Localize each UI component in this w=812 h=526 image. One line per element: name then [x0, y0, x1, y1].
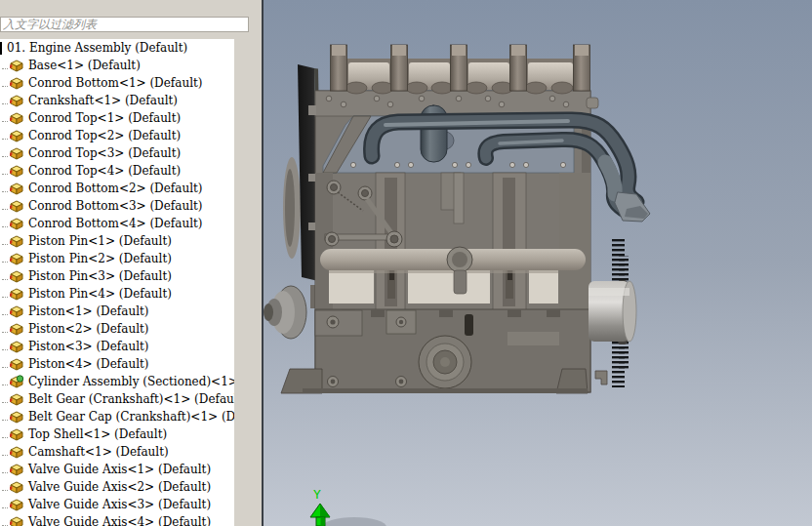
tree-connector [2, 332, 8, 333]
tree-item-label: Piston Pin<2> (Default) [28, 252, 172, 265]
tree-item-label: Belt Gear Cap (Crankshaft)<1> (Default) [28, 410, 234, 424]
tree-item[interactable]: Cylinder Assembly (Sectioned)<1> (Defaul… [0, 373, 234, 390]
tree-connector [2, 402, 8, 403]
tree-item[interactable]: Belt Gear (Crankshaft)<1> (Default) [0, 390, 234, 408]
tree-connector [2, 68, 8, 69]
part-icon [9, 164, 24, 178]
tree-item-label: Conrod Bottom<1> (Default) [28, 76, 203, 90]
tree-connector [2, 139, 8, 140]
part-icon [9, 515, 24, 526]
tree-item[interactable]: Valve Guide Axis<1> (Default) [0, 461, 234, 478]
tree-item-label: Piston<2> (Default) [28, 322, 148, 336]
tree-item[interactable]: Conrod Top<2> (Default) [0, 127, 234, 144]
part-icon [9, 59, 24, 72]
part-icon [9, 304, 24, 318]
tree-item[interactable]: Crankshaft<1> (Default) [0, 92, 234, 109]
tree-item[interactable]: Piston<1> (Default) [0, 303, 234, 320]
tree-item-label: Valve Guide Axis<1> (Default) [28, 463, 211, 476]
part-icon [9, 357, 24, 371]
tree-connector [2, 121, 8, 122]
viewport-canvas[interactable]: Y [264, 0, 812, 526]
tree-item[interactable]: Conrod Bottom<4> (Default) [0, 215, 234, 232]
triad-shadow [322, 517, 386, 526]
tree-item[interactable]: Valve Guide Axis<4> (Default) [0, 513, 234, 526]
tree-item-label: Conrod Top<1> (Default) [28, 111, 181, 125]
tree-item-label: Piston<1> (Default) [28, 304, 148, 318]
part-icon [9, 375, 24, 388]
tree-item[interactable]: Piston Pin<2> (Default) [0, 250, 234, 267]
tree-connector [2, 156, 8, 157]
tree-item[interactable]: Piston<3> (Default) [0, 338, 234, 355]
camshaft-assembly[interactable] [331, 45, 590, 94]
tree-connector [2, 384, 8, 385]
tree-item[interactable]: Conrod Top<1> (Default) [0, 109, 234, 127]
cad-window: 01. Engine Assembly (Default) Base<1> (D… [0, 0, 812, 526]
tree-item[interactable]: Valve Guide Axis<2> (Default) [0, 478, 234, 496]
tree-item-label: Conrod Bottom<2> (Default) [28, 182, 203, 195]
tree-item-label: Piston<4> (Default) [28, 357, 148, 371]
tree-item-label: Valve Guide Axis<2> (Default) [28, 480, 211, 494]
tree-item-label: Conrod Bottom<4> (Default) [28, 217, 203, 230]
tree-connector [2, 103, 8, 104]
tree-item[interactable]: Conrod Bottom<1> (Default) [0, 74, 234, 92]
tree-connector [2, 244, 8, 245]
tree-item[interactable]: Valve Guide Axis<3> (Default) [0, 496, 234, 513]
tree-item-label: Piston Pin<1> (Default) [28, 234, 172, 248]
tree-connector [2, 86, 8, 87]
tree-item-label: Piston Pin<4> (Default) [28, 287, 172, 301]
tree-root-item[interactable]: 01. Engine Assembly (Default) [0, 39, 234, 57]
feature-tree: 01. Engine Assembly (Default) Base<1> (D… [0, 39, 234, 526]
tree-connector [2, 297, 8, 298]
part-icon [9, 234, 24, 248]
tree-connector [2, 472, 8, 473]
tree-connector [2, 191, 8, 192]
tree-root-label: 01. Engine Assembly (Default) [7, 41, 187, 55]
part-icon [9, 76, 24, 90]
tree-item[interactable]: Piston Pin<4> (Default) [0, 285, 234, 303]
part-icon [9, 410, 24, 424]
tree-item[interactable]: Conrod Bottom<3> (Default) [0, 197, 234, 215]
tree-item[interactable]: Top Shell<1> (Default) [0, 425, 234, 443]
tree-item[interactable]: Conrod Top<3> (Default) [0, 144, 234, 162]
tree-item[interactable]: Conrod Bottom<2> (Default) [0, 180, 234, 197]
tree-connector [2, 525, 8, 526]
tree-connector [2, 262, 8, 263]
tree-connector [2, 437, 8, 438]
part-icon [9, 252, 24, 265]
tree-item-label: Belt Gear (Crankshaft)<1> (Default) [28, 392, 234, 406]
feature-tree-panel: 01. Engine Assembly (Default) Base<1> (D… [0, 0, 264, 526]
tree-item-label: Base<1> (Default) [28, 59, 141, 72]
part-icon [9, 269, 24, 283]
part-icon [9, 392, 24, 406]
tree-item-label: Cylinder Assembly (Sectioned)<1> (Defaul… [28, 375, 234, 388]
part-icon [9, 340, 24, 353]
tree-connector [2, 314, 8, 315]
part-icon [9, 427, 24, 441]
tree-item-label: Top Shell<1> (Default) [28, 427, 167, 441]
tree-item[interactable]: Base<1> (Default) [0, 57, 234, 74]
tree-item-label: Crankshaft<1> (Default) [28, 94, 178, 107]
tree-item[interactable]: Camshaft<1> (Default) [0, 443, 234, 461]
part-icon [9, 480, 24, 494]
tree-item[interactable]: Conrod Top<4> (Default) [0, 162, 234, 180]
tree-item[interactable]: Piston<4> (Default) [0, 355, 234, 373]
tree-item[interactable]: Belt Gear Cap (Crankshaft)<1> (Default) [0, 408, 234, 425]
assembly-badge-icon [17, 376, 22, 382]
tree-item[interactable]: Piston Pin<1> (Default) [0, 232, 234, 250]
part-icon [9, 463, 24, 476]
tree-connector [2, 490, 8, 491]
tree-connector [2, 420, 8, 421]
tree-connector [2, 455, 8, 456]
tree-filter-input[interactable] [0, 17, 249, 32]
part-icon [9, 129, 24, 142]
tree-connector [2, 507, 8, 508]
part-icon [9, 146, 24, 160]
graphics-viewport[interactable]: Y [264, 0, 812, 526]
timing-gear[interactable] [589, 237, 636, 387]
tree-item-label: Conrod Top<4> (Default) [28, 164, 181, 178]
part-icon [9, 111, 24, 125]
tree-item[interactable]: Piston<2> (Default) [0, 320, 234, 338]
tree-item[interactable]: Piston Pin<3> (Default) [0, 267, 234, 285]
tree-item-label: Conrod Bottom<3> (Default) [28, 199, 203, 213]
tree-connector [2, 226, 8, 227]
